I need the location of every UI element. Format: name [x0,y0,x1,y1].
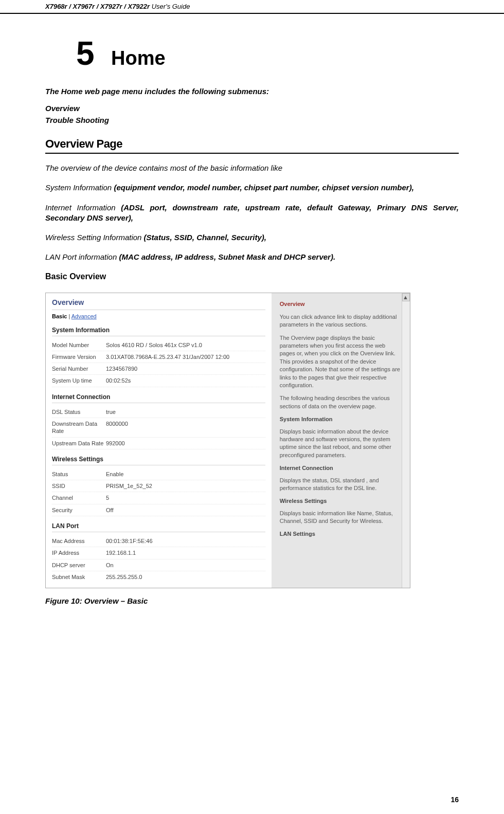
row-wifi-ssid: SSIDPRISM_1e_52_52 [52,480,265,492]
group-lan-port: LAN Port [52,522,265,532]
overview-panel-title: Overview [52,298,265,310]
overview-p4: Wireless Setting Information (Status, SS… [45,232,459,243]
submenu-troubleshooting: Trouble Shooting [45,115,459,126]
row-serial-number: Serial Number1234567890 [52,363,265,375]
tab-advanced[interactable]: Advanced [71,313,97,319]
row-downstream: Downstream Data Rate8000000 [52,418,265,438]
overview-p3: Internet Information (ADSL port, downstr… [45,203,459,224]
tab-basic[interactable]: Basic [52,313,67,319]
group-wireless-settings: Wireless Settings [52,456,265,465]
page-header: X7968r / X7967r / X7927r / X7922r User's… [0,0,504,14]
overview-screenshot: Overview Basic | Advanced System Informa… [45,293,410,589]
group-internet-connection: Internet Connection [52,393,265,403]
row-model-number: Model NumberSolos 4610 RD / Solos 461x C… [52,339,265,351]
intro-text: The Home web page menu includes the foll… [45,87,459,96]
page-number: 16 [451,795,459,804]
help-p3: The following heading describes the vari… [280,394,402,410]
chapter-heading: 5 Home [45,14,459,73]
scrollbar[interactable]: ▲ [402,293,410,588]
submenu-overview: Overview [45,103,459,115]
overview-help-pane: Overview You can click advance link to d… [272,293,410,588]
row-wifi-channel: Channel5 [52,492,265,504]
chapter-number: 5 [76,34,95,73]
overview-page-heading: Overview Page [45,137,459,154]
chapter-title: Home [111,47,166,69]
help-h-wifi: Wireless Settings [280,497,402,505]
help-h-net: Internet Connection [280,464,402,472]
row-firmware-version: Firmware Version3.01XAT08.7968A-E.25.23.… [52,351,265,363]
overview-left-pane: Overview Basic | Advanced System Informa… [46,293,272,588]
row-mac-address: Mac Address00:01:38:1F:5E:46 [52,535,265,547]
help-p2: The Overview page displays the basic par… [280,334,402,390]
help-p1: You can click advance link to display ad… [280,313,402,329]
row-wifi-status: StatusEnable [52,468,265,480]
submenu-list: Overview Trouble Shooting [45,103,459,126]
help-h-lan: LAN Settings [280,530,402,538]
basic-overview-heading: Basic Overview [45,272,459,281]
row-dhcp-server: DHCP serverOn [52,559,265,571]
help-p-net: Displays the status, DSL standard , and … [280,477,402,493]
header-models: X7968r / X7967r / X7927r / X7922r User's… [45,3,190,10]
figure-caption: Figure 10: Overview – Basic [45,596,459,605]
row-ip-address: IP Address192.168.1.1 [52,547,265,559]
scroll-up-icon[interactable]: ▲ [402,293,410,301]
row-dsl-status: DSL Statustrue [52,406,265,418]
overview-p1: The overview of the device contains most… [45,163,459,173]
help-p-sys: Displays basic information about the dev… [280,428,402,460]
row-wifi-security: SecurityOff [52,504,265,516]
help-h-sys: System Information [280,415,402,423]
overview-p5: LAN Port information (MAC address, IP ad… [45,252,459,262]
help-title: Overview [280,300,402,308]
overview-tabs: Basic | Advanced [52,313,265,319]
row-subnet-mask: Subnet Mask255.255.255.0 [52,571,265,583]
help-p-wifi: Displays basic information like Name, St… [280,510,402,526]
group-system-info: System Information [52,327,265,336]
overview-p2: System Information (equipment vendor, mo… [45,183,459,193]
row-upstream: Upstream Data Rate992000 [52,438,265,449]
row-system-uptime: System Up time00:02:52s [52,375,265,387]
